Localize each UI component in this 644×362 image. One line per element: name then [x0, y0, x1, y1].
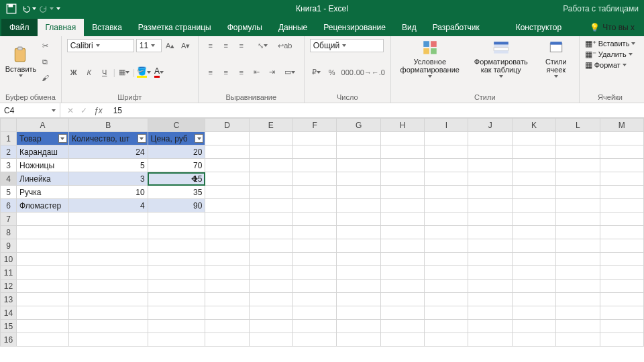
svg-rect-2	[15, 48, 25, 62]
bold-button[interactable]: Ж	[67, 66, 80, 79]
wrap-text-icon[interactable]: ↩ab	[276, 39, 294, 52]
paste-label: Вставить	[5, 65, 37, 73]
increase-indent-icon[interactable]: ⇥	[266, 66, 279, 79]
col-header[interactable]: D	[205, 119, 249, 132]
table-row[interactable]: 16	[1, 333, 644, 347]
delete-cells-icon: ▦⁻	[585, 50, 596, 59]
increase-font-icon[interactable]: A▴	[164, 39, 177, 52]
table-row[interactable]: 12	[1, 280, 644, 293]
tab-design[interactable]: Конструктор	[508, 19, 570, 36]
ribbon: Вставить ✂ ⧉ 🖌 Буфер обмена Calibri 11 A…	[0, 36, 644, 103]
name-box[interactable]: C4	[0, 103, 60, 117]
group-clipboard-label: Буфер обмена	[5, 92, 56, 101]
cell-styles-button[interactable]: Стили ячеек	[539, 39, 574, 78]
col-header[interactable]: C	[148, 119, 205, 132]
active-cell[interactable]: 15✥	[148, 172, 205, 186]
tab-developer[interactable]: Разработчик	[425, 19, 488, 36]
orientation-icon[interactable]: ⤡	[256, 39, 270, 52]
col-header[interactable]: G	[337, 119, 380, 132]
italic-button[interactable]: К	[83, 66, 96, 79]
format-as-table-button[interactable]: Форматировать как таблицу	[469, 39, 533, 78]
cancel-icon[interactable]: ✕	[67, 106, 74, 115]
col-header[interactable]: B	[68, 119, 148, 132]
col-header[interactable]: I	[425, 119, 468, 132]
table-row[interactable]: 3Ножницы570	[1, 159, 644, 172]
font-name-combo[interactable]: Calibri	[67, 39, 134, 52]
percent-icon[interactable]: %	[325, 66, 339, 79]
enter-icon[interactable]: ✓	[80, 106, 87, 115]
tab-formulas[interactable]: Формулы	[219, 19, 270, 36]
table-row[interactable]: 9	[1, 239, 644, 253]
col-header[interactable]: M	[600, 119, 644, 132]
col-header[interactable]: J	[468, 119, 512, 132]
insert-cells-icon: ▦⁺	[585, 39, 596, 48]
table-row[interactable]: 13	[1, 293, 644, 306]
align-top-icon[interactable]: ≡	[204, 39, 217, 52]
paste-button[interactable]: Вставить	[5, 46, 36, 77]
tell-me[interactable]: 💡 Что вы х	[582, 19, 643, 36]
decrease-indent-icon[interactable]: ⇤	[250, 66, 264, 79]
align-bottom-icon[interactable]: ≡	[235, 39, 248, 52]
copy-icon[interactable]: ⧉	[38, 55, 52, 68]
decrease-decimal-icon[interactable]: ←.0	[372, 66, 385, 79]
fill-color-icon[interactable]: 🪣	[137, 66, 150, 79]
col-header[interactable]: A	[17, 119, 69, 132]
format-cells-button[interactable]: ▦Формат	[585, 60, 636, 70]
formula-input[interactable]: 15	[109, 106, 644, 115]
table-row[interactable]: 6Фломастер490	[1, 199, 644, 213]
number-format-combo[interactable]: Общий	[310, 39, 384, 52]
delete-cells-button[interactable]: ▦⁻Удалить	[585, 50, 636, 59]
table-row[interactable]: 2Карандаш2420	[1, 145, 644, 159]
table-row[interactable]: 7	[1, 213, 644, 226]
table-row[interactable]: 14	[1, 306, 644, 320]
svg-rect-6	[423, 48, 429, 54]
filter-icon[interactable]	[195, 134, 203, 143]
table-row[interactable]: 5Ручка1035	[1, 186, 644, 199]
align-center-icon[interactable]: ≡	[219, 66, 233, 79]
qat-customize-icon[interactable]	[56, 7, 60, 10]
increase-decimal-icon[interactable]: .00→	[356, 66, 370, 79]
filter-icon[interactable]	[58, 134, 67, 143]
worksheet[interactable]: A B C D E F G H I J K L M 1 Товар Количе…	[0, 118, 644, 347]
align-left-icon[interactable]: ≡	[204, 66, 217, 79]
select-all-corner[interactable]	[1, 119, 17, 132]
format-painter-icon[interactable]: 🖌	[38, 71, 52, 84]
font-color-icon[interactable]: A	[152, 66, 166, 79]
table-row[interactable]: 4Линейка315✥	[1, 172, 644, 186]
cut-icon[interactable]: ✂	[38, 39, 52, 52]
tab-page-layout[interactable]: Разметка страницы	[130, 19, 219, 36]
currency-icon[interactable]: ₽	[310, 66, 323, 79]
align-right-icon[interactable]: ≡	[235, 66, 248, 79]
save-icon[interactable]	[4, 2, 19, 15]
table-row[interactable]: 8	[1, 226, 644, 239]
col-header[interactable]: H	[380, 119, 424, 132]
table-row[interactable]: 10	[1, 253, 644, 266]
decrease-font-icon[interactable]: A▾	[179, 39, 193, 52]
filter-icon[interactable]	[138, 134, 146, 143]
svg-rect-7	[431, 48, 437, 54]
merge-icon[interactable]: ▭	[281, 66, 299, 79]
insert-cells-button[interactable]: ▦⁺Вставить	[585, 39, 636, 48]
tab-review[interactable]: Рецензирование	[315, 19, 394, 36]
underline-button[interactable]: Ч	[98, 66, 111, 79]
redo-icon[interactable]	[39, 2, 54, 15]
comma-icon[interactable]: 000	[341, 66, 354, 79]
tab-data[interactable]: Данные	[270, 19, 315, 36]
tab-home[interactable]: Главная	[38, 19, 85, 36]
tab-view[interactable]: Вид	[394, 19, 425, 36]
align-middle-icon[interactable]: ≡	[219, 39, 233, 52]
table-row[interactable]: 1 Товар Количество, шт Цена, руб	[1, 132, 644, 145]
font-size-combo[interactable]: 11	[136, 39, 162, 52]
tab-insert[interactable]: Вставка	[84, 19, 130, 36]
fx-icon[interactable]: ƒx	[94, 106, 103, 115]
table-row[interactable]: 11	[1, 266, 644, 280]
col-header[interactable]: F	[293, 119, 337, 132]
col-header[interactable]: L	[556, 119, 600, 132]
undo-icon[interactable]	[21, 2, 36, 15]
conditional-formatting-button[interactable]: Условное форматирование	[396, 39, 464, 78]
col-header[interactable]: E	[249, 119, 292, 132]
border-icon[interactable]: ▦	[117, 66, 131, 79]
table-row[interactable]: 15	[1, 320, 644, 333]
tab-file[interactable]: Файл	[1, 19, 38, 36]
col-header[interactable]: K	[512, 119, 555, 132]
